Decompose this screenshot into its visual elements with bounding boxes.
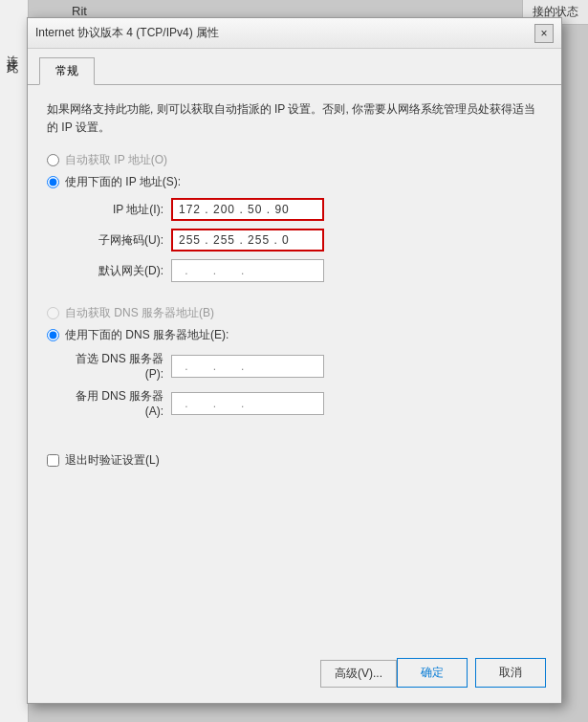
auto-ip-label: 自动获取 IP 地址(O) <box>65 152 167 168</box>
auto-ip-radio-item[interactable]: 自动获取 IP 地址(O) <box>47 152 542 168</box>
tab-bar: 常规 <box>28 49 561 85</box>
cancel-button[interactable]: 取消 <box>475 658 546 688</box>
auto-dns-label: 自动获取 DNS 服务器地址(B) <box>65 305 214 321</box>
left-partial-window: 连 接 此 <box>0 0 29 722</box>
ip-address-row: IP 地址(I): 172 . 200 . 50 . 90 <box>66 198 542 221</box>
auto-dns-radio-item[interactable]: 自动获取 DNS 服务器地址(B) <box>47 305 542 321</box>
validate-checkbox[interactable] <box>47 454 59 467</box>
preferred-dns-row: 首选 DNS 服务器(P): . . . <box>66 351 542 381</box>
description-text: 如果网络支持此功能, 则可以获取自动指派的 IP 设置。否则, 你需要从网络系统… <box>47 100 542 137</box>
tab-general[interactable]: 常规 <box>39 57 95 85</box>
subnet-mask-row: 子网掩码(U): 255 . 255 . 255 . 0 <box>66 229 542 252</box>
manual-dns-radio-item[interactable]: 使用下面的 DNS 服务器地址(E): <box>47 327 542 343</box>
manual-dns-label: 使用下面的 DNS 服务器地址(E): <box>65 327 229 343</box>
button-row: 确定 取消 <box>397 658 546 688</box>
ip-address-input[interactable]: 172 . 200 . 50 . 90 <box>171 198 324 221</box>
alternate-dns-row: 备用 DNS 服务器(A): . . . <box>66 388 542 418</box>
validate-label: 退出时验证设置(L) <box>65 452 160 469</box>
preferred-dns-label: 首选 DNS 服务器(P): <box>66 351 171 381</box>
subnet-mask-input[interactable]: 255 . 255 . 255 . 0 <box>171 229 324 252</box>
dns-fields: 首选 DNS 服务器(P): . . . 备用 DNS 服务器(A): . . … <box>66 351 542 418</box>
confirm-button[interactable]: 确定 <box>397 658 468 688</box>
top-rit-text: Rit <box>72 4 87 18</box>
manual-ip-radio-item[interactable]: 使用下面的 IP 地址(S): <box>47 174 542 190</box>
subnet-mask-label: 子网掩码(U): <box>66 232 171 249</box>
dialog-body: 如果网络支持此功能, 则可以获取自动指派的 IP 设置。否则, 你需要从网络系统… <box>28 85 561 484</box>
manual-ip-label: 使用下面的 IP 地址(S): <box>65 174 181 190</box>
main-dialog: Internet 协议版本 4 (TCP/IPv4) 属性 × 常规 如果网络支… <box>27 17 562 704</box>
alternate-dns-label: 备用 DNS 服务器(A): <box>66 388 171 418</box>
auto-ip-radio[interactable] <box>47 154 59 166</box>
manual-dns-radio[interactable] <box>47 329 59 341</box>
default-gateway-label: 默认网关(D): <box>66 263 171 279</box>
validate-checkbox-area: 退出时验证设置(L) <box>47 452 542 469</box>
advanced-button[interactable]: 高级(V)... <box>320 660 397 688</box>
ip-address-label: IP 地址(I): <box>66 202 171 218</box>
ip-radio-group: 自动获取 IP 地址(O) 使用下面的 IP 地址(S): <box>47 152 542 190</box>
default-gateway-input[interactable]: . . . <box>171 259 324 282</box>
manual-ip-radio[interactable] <box>47 176 59 188</box>
default-gateway-row: 默认网关(D): . . . <box>66 259 542 282</box>
dns-radio-group: 自动获取 DNS 服务器地址(B) 使用下面的 DNS 服务器地址(E): <box>47 305 542 343</box>
preferred-dns-input[interactable]: . . . <box>171 355 324 378</box>
dialog-title: Internet 协议版本 4 (TCP/IPv4) 属性 <box>35 25 219 41</box>
dialog-close-button[interactable]: × <box>534 24 554 43</box>
ip-fields: IP 地址(I): 172 . 200 . 50 . 90 子网掩码(U): 2… <box>66 198 542 282</box>
left-nav-labels: 连 接 此 <box>0 38 24 60</box>
auto-dns-radio[interactable] <box>47 307 59 319</box>
dialog-titlebar: Internet 协议版本 4 (TCP/IPv4) 属性 × <box>28 18 561 49</box>
alternate-dns-input[interactable]: . . . <box>171 392 324 415</box>
